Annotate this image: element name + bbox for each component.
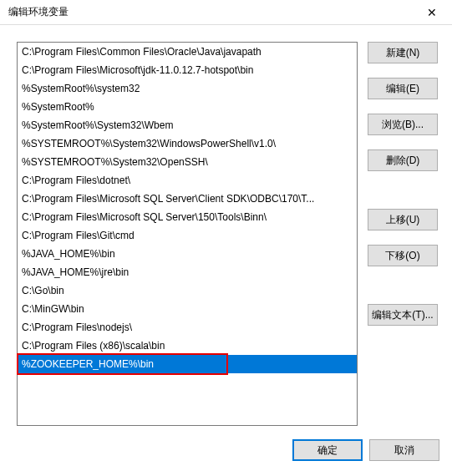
dialog-content: C:\Program Files\Common Files\Oracle\Jav… bbox=[0, 25, 452, 476]
cancel-button[interactable]: 取消 bbox=[369, 439, 439, 461]
list-item[interactable]: C:\Program Files\nodejs\ bbox=[18, 318, 357, 337]
list-item[interactable]: C:\Go\bin bbox=[18, 281, 357, 300]
list-item[interactable]: %JAVA_HOME%\bin bbox=[18, 245, 357, 263]
path-listbox[interactable]: C:\Program Files\Common Files\Oracle\Jav… bbox=[17, 42, 358, 426]
edit-button[interactable]: 编辑(E) bbox=[368, 78, 438, 99]
list-item[interactable]: C:\Program Files\Microsoft SQL Server\15… bbox=[18, 208, 357, 226]
list-item[interactable]: %ZOOKEEPER_HOME%\bin bbox=[18, 355, 357, 373]
move-down-button[interactable]: 下移(O) bbox=[368, 245, 438, 266]
close-button[interactable]: ✕ bbox=[419, 3, 445, 23]
list-item[interactable]: C:\Program Files (x86)\scala\bin bbox=[18, 337, 357, 355]
window-title: 编辑环境变量 bbox=[8, 5, 69, 19]
list-item[interactable]: C:\Program Files\Git\cmd bbox=[18, 226, 357, 245]
list-item[interactable]: %SystemRoot%\System32\Wbem bbox=[18, 116, 357, 134]
list-item[interactable]: C:\Program Files\dotnet\ bbox=[18, 171, 357, 190]
list-item[interactable]: C:\Program Files\Microsoft SQL Server\Cl… bbox=[18, 190, 357, 208]
list-item[interactable]: C:\MinGW\bin bbox=[18, 300, 357, 318]
dialog-buttons: 确定 取消 bbox=[292, 439, 439, 461]
close-icon: ✕ bbox=[427, 6, 437, 19]
browse-button[interactable]: 浏览(B)... bbox=[368, 114, 438, 135]
list-item[interactable]: %SYSTEMROOT%\System32\OpenSSH\ bbox=[18, 153, 357, 171]
list-item[interactable]: C:\Program Files\Common Files\Oracle\Jav… bbox=[18, 43, 357, 61]
list-item[interactable]: %SystemRoot%\system32 bbox=[18, 79, 357, 98]
list-item[interactable]: %SYSTEMROOT%\System32\WindowsPowerShell\… bbox=[18, 134, 357, 153]
list-item[interactable]: C:\Program Files\Microsoft\jdk-11.0.12.7… bbox=[18, 61, 357, 79]
move-up-button[interactable]: 上移(U) bbox=[368, 209, 438, 230]
titlebar: 编辑环境变量 ✕ bbox=[0, 0, 452, 25]
new-button[interactable]: 新建(N) bbox=[368, 42, 438, 63]
list-item[interactable]: %SystemRoot% bbox=[18, 98, 357, 116]
ok-button[interactable]: 确定 bbox=[292, 439, 363, 461]
list-item[interactable]: %JAVA_HOME%\jre\bin bbox=[18, 263, 357, 281]
edit-text-button[interactable]: 编辑文本(T)... bbox=[368, 304, 438, 326]
side-button-panel: 新建(N) 编辑(E) 浏览(B)... 删除(D) 上移(U) 下移(O) 编… bbox=[368, 42, 438, 426]
delete-button[interactable]: 删除(D) bbox=[368, 149, 438, 171]
